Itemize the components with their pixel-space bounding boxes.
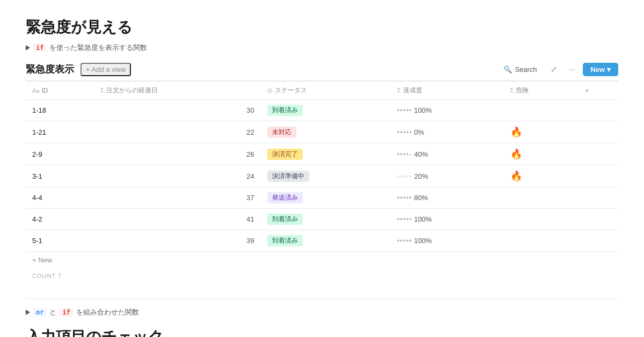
cell-extra — [579, 230, 618, 252]
collapse-icon[interactable] — [26, 45, 30, 50]
cell-id: 3-1 — [26, 165, 94, 187]
progress-dots: ◦◦◦◦◦ — [397, 172, 412, 180]
cell-danger — [504, 209, 579, 230]
if-badge-2: if — [60, 308, 72, 317]
col-days: Σ注文からの経過日 — [94, 82, 261, 100]
table-row: 4-2 41 到着済み ••••• 100% — [26, 209, 618, 230]
col-status-icon: ◎ — [267, 87, 273, 93]
col-id-icon: Aa — [32, 87, 39, 94]
cell-progress: ◦◦◦◦◦ 20% — [391, 165, 504, 187]
cell-status: 到着済み — [261, 100, 391, 121]
subtitle-row: if を使った緊急度を表示する関数 — [26, 43, 618, 53]
cell-days: 41 — [94, 209, 261, 230]
col-progress: Σ達成度 — [391, 82, 504, 100]
cell-danger — [504, 187, 579, 209]
table-row: 5-1 39 到着済み ••••• 100% — [26, 230, 618, 252]
add-view-button[interactable]: + Add a view — [80, 63, 131, 76]
cell-status: 決済準備中 — [261, 165, 391, 187]
expand-button[interactable]: ⤢ — [547, 62, 561, 76]
progress-dots: ••••• — [397, 106, 412, 114]
status-badge: 到着済み — [267, 105, 303, 116]
count-row: COUNT 7 — [26, 268, 618, 283]
cell-progress: ••••• 0% — [391, 121, 504, 143]
search-label: Search — [515, 65, 537, 74]
table-header-row: AaID Σ注文からの経過日 ◎ステータス Σ達成度 Σ危険 + — [26, 82, 618, 100]
cell-progress: ••••• 80% — [391, 187, 504, 209]
table-row: 3-1 24 決済準備中 ◦◦◦◦◦ 20% 🔥 — [26, 165, 618, 187]
col-status: ◎ステータス — [261, 82, 391, 100]
col-add[interactable]: + — [579, 82, 618, 100]
col-danger-icon: Σ — [510, 87, 514, 93]
cell-days: 37 — [94, 187, 261, 209]
cell-days: 22 — [94, 121, 261, 143]
table-row: 2-9 26 決済完了 ••••◦ 40% 🔥 — [26, 143, 618, 165]
cell-id: 4-2 — [26, 209, 94, 230]
search-icon: 🔍 — [503, 65, 512, 74]
section-divider — [26, 298, 618, 299]
status-badge: 到着済み — [267, 214, 303, 225]
cell-extra — [579, 121, 618, 143]
section2-subtitle-row: or と if を組み合わせた関数 — [26, 307, 618, 317]
cell-extra — [579, 209, 618, 230]
cell-status: 未対応 — [261, 121, 391, 143]
add-new-row[interactable]: + New — [26, 252, 618, 268]
page-title: 緊急度が見える — [26, 17, 618, 38]
col-id: AaID — [26, 82, 94, 100]
cell-extra — [579, 165, 618, 187]
status-badge: 決済準備中 — [267, 171, 309, 182]
cell-progress: ••••• 100% — [391, 230, 504, 252]
cell-danger — [504, 100, 579, 121]
cell-id: 1-18 — [26, 100, 94, 121]
progress-dots: ••••• — [397, 128, 412, 136]
cell-extra — [579, 187, 618, 209]
progress-dots: ••••• — [397, 215, 412, 223]
cell-status: 到着済み — [261, 230, 391, 252]
cell-progress: ••••• 100% — [391, 209, 504, 230]
progress-dots: ••••• — [397, 194, 412, 202]
more-button[interactable]: ··· — [565, 62, 579, 76]
if-badge: if — [33, 43, 46, 52]
view-title: 緊急度表示 — [26, 63, 74, 76]
new-label: New — [590, 65, 605, 74]
add-new-label: + New — [32, 256, 52, 264]
view-actions: 🔍 Search ⤢ ··· New ▾ — [498, 62, 618, 76]
cell-danger: 🔥 — [504, 143, 579, 165]
col-danger: Σ危険 — [504, 82, 579, 100]
cell-days: 26 — [94, 143, 261, 165]
cell-id: 4-4 — [26, 187, 94, 209]
status-badge: 未対応 — [267, 127, 296, 138]
count-label: COUNT — [32, 273, 58, 279]
count-value: 7 — [58, 273, 62, 279]
progress-dots: ••••• — [397, 237, 412, 245]
cell-extra — [579, 143, 618, 165]
table-row: 1-18 30 到着済み ••••• 100% — [26, 100, 618, 121]
cell-id: 5-1 — [26, 230, 94, 252]
cell-days: 24 — [94, 165, 261, 187]
cell-id: 1-21 — [26, 121, 94, 143]
col-progress-icon: Σ — [397, 87, 401, 93]
section2-suffix-text: を組み合わせた関数 — [76, 307, 139, 317]
cell-status: 決済完了 — [261, 143, 391, 165]
cell-progress: ••••• 100% — [391, 100, 504, 121]
cell-danger: 🔥 — [504, 165, 579, 187]
status-badge: 到着済み — [267, 235, 303, 246]
col-days-icon: Σ — [100, 87, 104, 93]
table-row: 1-21 22 未対応 ••••• 0% 🔥 — [26, 121, 618, 143]
cell-status: 到着済み — [261, 209, 391, 230]
cell-status: 発送済み — [261, 187, 391, 209]
data-table: AaID Σ注文からの経過日 ◎ステータス Σ達成度 Σ危険 + 1-18 30… — [26, 82, 618, 252]
cell-danger — [504, 230, 579, 252]
section2-collapse-icon[interactable] — [26, 310, 30, 315]
table-row: 4-4 37 発送済み ••••• 80% — [26, 187, 618, 209]
cell-danger: 🔥 — [504, 121, 579, 143]
chevron-down-icon: ▾ — [607, 65, 611, 74]
status-badge: 発送済み — [267, 192, 303, 203]
subtitle-text: を使った緊急度を表示する関数 — [49, 43, 147, 53]
search-button[interactable]: 🔍 Search — [498, 63, 542, 76]
section2-middle-text: と — [49, 307, 56, 317]
section2-title: 入力項目のチェック — [26, 327, 618, 337]
progress-dots: ••••◦ — [397, 150, 412, 158]
status-badge: 決済完了 — [267, 149, 303, 160]
cell-days: 30 — [94, 100, 261, 121]
new-button[interactable]: New ▾ — [583, 63, 618, 76]
